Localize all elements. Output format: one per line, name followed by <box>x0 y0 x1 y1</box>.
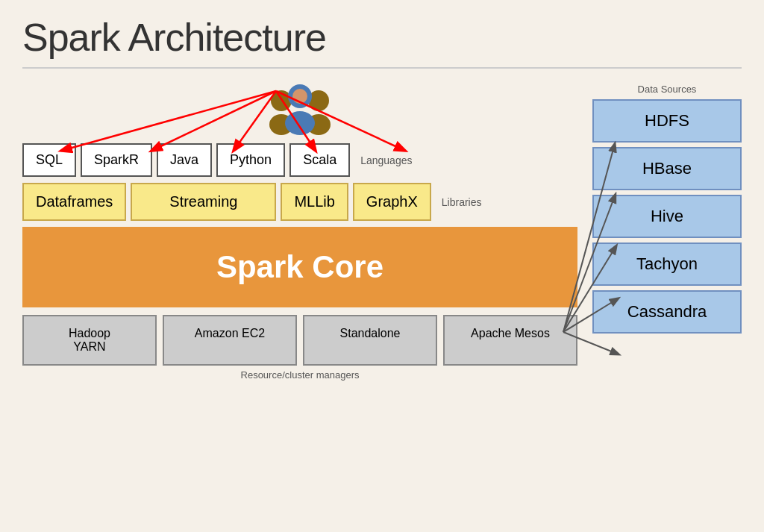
lib-dataframes: Dataframes <box>22 183 126 221</box>
managers-label: Resource/cluster managers <box>22 369 577 381</box>
ds-hive: Hive <box>592 195 742 238</box>
lang-sparkr: SparkR <box>81 143 152 177</box>
lang-sql: SQL <box>22 143 76 177</box>
lib-mllib: MLLib <box>281 183 348 221</box>
mgr-hadoop: HadoopYARN <box>22 315 157 366</box>
libraries-label: Libraries <box>442 196 482 208</box>
managers-row: HadoopYARN Amazon EC2 Standalone Apache … <box>22 315 577 366</box>
lang-scala: Scala <box>289 143 350 177</box>
mgr-mesos: Apache Mesos <box>443 315 577 366</box>
ds-hbase: HBase <box>592 147 742 190</box>
ds-tachyon: Tachyon <box>592 242 742 286</box>
user-icon-area <box>22 80 577 140</box>
left-section: SQL SparkR Java Python Scala Languages D… <box>22 80 577 381</box>
page: Spark Architecture <box>0 0 764 532</box>
user-group-icon <box>266 80 334 140</box>
lang-java: Java <box>157 143 212 177</box>
spark-core: Spark Core <box>22 227 577 307</box>
ds-hdfs: HDFS <box>592 99 742 143</box>
data-sources-label: Data Sources <box>592 84 742 95</box>
mgr-standalone: Standalone <box>303 315 437 366</box>
lib-streaming: Streaming <box>131 183 276 221</box>
main-content: SQL SparkR Java Python Scala Languages D… <box>22 80 742 381</box>
right-section: Data Sources HDFS HBase Hive Tachyon Cas… <box>592 80 742 338</box>
languages-label: Languages <box>360 154 412 166</box>
svg-point-5 <box>285 111 315 135</box>
languages-row: SQL SparkR Java Python Scala Languages <box>22 143 577 177</box>
lang-python: Python <box>216 143 285 177</box>
ds-cassandra: Cassandra <box>592 290 742 334</box>
svg-point-6 <box>292 89 307 104</box>
divider <box>22 67 742 69</box>
lib-graphx: GraphX <box>353 183 431 221</box>
libraries-row: Dataframes Streaming MLLib GraphX Librar… <box>22 183 577 221</box>
page-title: Spark Architecture <box>22 15 742 60</box>
mgr-ec2: Amazon EC2 <box>163 315 297 366</box>
